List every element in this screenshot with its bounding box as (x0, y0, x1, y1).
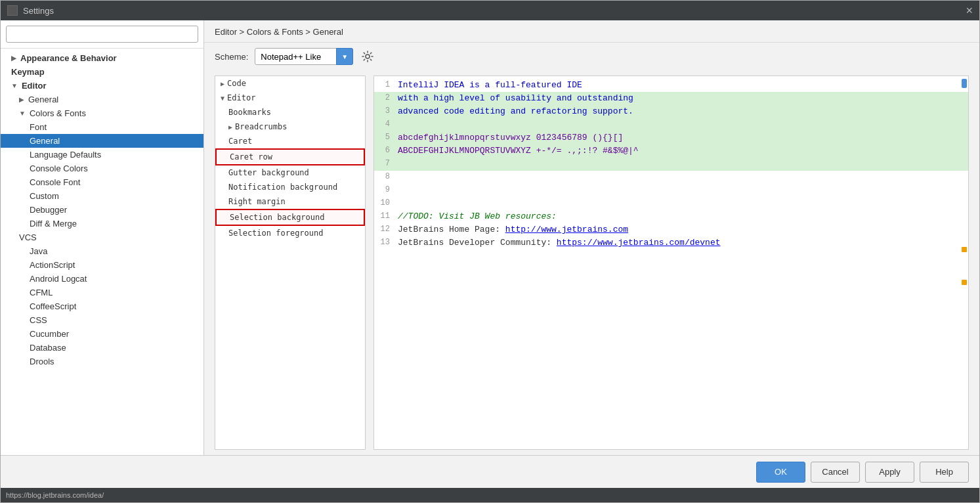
sidebar-item-label: Custom (30, 191, 59, 201)
titlebar: Settings × (1, 1, 979, 20)
line-content: JetBrains Home Page: http://www.jetbrain… (395, 223, 968, 236)
color-tree-caret-row[interactable]: Caret row (215, 148, 365, 165)
sidebar-item-coffeescript[interactable]: CoffeeScript (1, 299, 203, 313)
sidebar-item-java[interactable]: Java (1, 244, 203, 258)
color-tree-gutter-bg[interactable]: Gutter background (215, 165, 365, 180)
color-tree-label: Bookmarks (228, 108, 271, 117)
sidebar-item-debugger[interactable]: Debugger (1, 203, 203, 217)
sidebar-item-actionscript[interactable]: ActionScript (1, 258, 203, 272)
sidebar-item-general[interactable]: ▶ General (1, 93, 203, 106)
color-tree-right-margin[interactable]: Right margin (215, 194, 365, 209)
color-tree-editor[interactable]: ▼ Editor (215, 91, 365, 105)
sidebar-item-general-sub[interactable]: General (1, 134, 203, 148)
sidebar-item-cfml[interactable]: CFML (1, 286, 203, 299)
line-number: 9 (374, 184, 395, 194)
color-tree-label: Editor (227, 93, 255, 102)
sidebar-item-custom[interactable]: Custom (1, 189, 203, 203)
sidebar-item-cucumber[interactable]: Cucumber (1, 327, 203, 341)
color-tree-breadcrumbs[interactable]: ▶ Breadcrumbs (215, 120, 365, 134)
line-number: 11 (374, 210, 395, 221)
arrow-icon: ▼ (19, 110, 26, 117)
caret-icon: ▼ (221, 95, 224, 102)
color-tree-bookmarks[interactable]: Bookmarks (215, 105, 365, 120)
code-line-7: 7 (374, 158, 968, 171)
code-line-4: 4 (374, 118, 968, 131)
color-tree-label: Caret (228, 137, 252, 146)
code-line-12: 12 JetBrains Home Page: http://www.jetbr… (374, 223, 968, 236)
color-tree-panel: ▶ Code ▼ Editor Bookmarks ▶ Breadcrumbs (215, 76, 366, 450)
panel-body: ▶ Code ▼ Editor Bookmarks ▶ Breadcrumbs (204, 70, 979, 455)
color-tree-caret[interactable]: Caret (215, 134, 365, 148)
preview-panel: 1 IntelliJ IDEA is a full-featured IDE 2… (373, 76, 969, 450)
color-tree-selection-fg[interactable]: Selection foreground (215, 226, 365, 240)
color-tree-selection-bg[interactable]: Selection background (215, 209, 365, 226)
sidebar-item-label: Debugger (30, 205, 67, 215)
sidebar-tree: ▶ Appearance & Behavior Keymap ▼ Editor … (1, 49, 203, 455)
sidebar-item-database[interactable]: Database (1, 341, 203, 355)
color-tree-notification-bg[interactable]: Notification background (215, 180, 365, 194)
line-number: 6 (374, 144, 395, 155)
scroll-warning-indicator (962, 247, 967, 252)
cancel-button[interactable]: Cancel (811, 462, 860, 483)
sidebar-item-label: General (30, 136, 60, 146)
apply-button[interactable]: Apply (865, 462, 914, 483)
help-button[interactable]: Help (920, 462, 969, 483)
app-icon (7, 5, 18, 16)
sidebar-item-font[interactable]: Font (1, 120, 203, 134)
sidebar-item-label: Console Font (30, 177, 80, 187)
preview-area: 1 IntelliJ IDEA is a full-featured IDE 2… (373, 76, 969, 450)
line-number: 10 (374, 197, 395, 208)
sidebar-item-vcs[interactable]: VCS (1, 230, 203, 244)
scheme-bar: Scheme: Notepad++ Like Default Darcula M… (204, 43, 979, 70)
sidebar-item-diff-merge[interactable]: Diff & Merge (1, 217, 203, 230)
preview-scroll[interactable]: 1 IntelliJ IDEA is a full-featured IDE 2… (374, 76, 968, 449)
sidebar-item-css[interactable]: CSS (1, 313, 203, 327)
sidebar-item-label: ActionScript (30, 260, 75, 270)
bottom-bar: OK Cancel Apply Help (1, 455, 979, 488)
sidebar-item-keymap[interactable]: Keymap (1, 65, 203, 79)
sidebar-item-drools[interactable]: Drools (1, 355, 203, 368)
window-title: Settings (23, 6, 54, 16)
sidebar-item-label: Editor (22, 81, 47, 91)
code-line-6: 6 ABCDEFGHIJKLMNOPQRSTUVWXYZ +-*/= .,;:!… (374, 144, 968, 158)
sidebar-item-editor[interactable]: ▼ Editor (1, 79, 203, 93)
color-tree-label: Selection foreground (228, 229, 324, 238)
line-content: with a high level of usability and outst… (395, 92, 968, 104)
sidebar-item-label: Cucumber (30, 329, 69, 339)
right-panel: Editor > Colors & Fonts > General Scheme… (204, 20, 979, 455)
sidebar-item-label: CFML (30, 288, 53, 297)
code-line-3: 3 advanced code editing and refactoring … (374, 105, 968, 118)
scheme-dropdown-button[interactable] (336, 48, 353, 65)
sidebar-item-colors-fonts[interactable]: ▼ Colors & Fonts (1, 106, 203, 120)
text-dark: JetBrains Developer Community: (398, 238, 557, 248)
search-input[interactable] (6, 26, 198, 43)
sidebar-item-language-defaults[interactable]: Language Defaults (1, 148, 203, 162)
code-line-10: 10 (374, 197, 968, 210)
close-button[interactable]: × (966, 5, 973, 16)
caret-icon: ▶ (228, 123, 232, 131)
sidebar-item-android-logcat[interactable]: Android Logcat (1, 272, 203, 286)
arrow-icon: ▶ (19, 96, 24, 103)
sidebar-item-label: CoffeeScript (30, 301, 76, 311)
sidebar-item-console-font[interactable]: Console Font (1, 175, 203, 189)
statusbar: https://blog.jetbrains.com/idea/ (1, 488, 979, 502)
ok-button[interactable]: OK (756, 462, 805, 483)
color-tree-label: Right margin (228, 197, 286, 206)
line-content (395, 184, 968, 196)
sidebar-item-label: Database (30, 343, 66, 353)
link-text: https://www.jetbrains.com/devnet (557, 238, 721, 248)
sidebar-item-console-colors[interactable]: Console Colors (1, 162, 203, 175)
sidebar-item-label: CSS (30, 315, 47, 325)
line-content: advanced code editing and refactoring su… (395, 105, 968, 118)
scheme-gear-button[interactable] (360, 49, 375, 64)
sidebar-item-appearance[interactable]: ▶ Appearance & Behavior (1, 51, 203, 65)
color-tree-code[interactable]: ▶ Code (215, 76, 365, 91)
breadcrumb: Editor > Colors & Fonts > General (204, 20, 979, 43)
color-tree-label: Gutter background (228, 168, 309, 177)
line-number: 1 (374, 79, 395, 89)
titlebar-left: Settings (7, 5, 54, 16)
caret-icon: ▶ (221, 80, 224, 87)
code-preview: 1 IntelliJ IDEA is a full-featured IDE 2… (374, 76, 968, 252)
line-number: 3 (374, 105, 395, 116)
line-content: IntelliJ IDEA is a full-featured IDE (395, 79, 968, 91)
